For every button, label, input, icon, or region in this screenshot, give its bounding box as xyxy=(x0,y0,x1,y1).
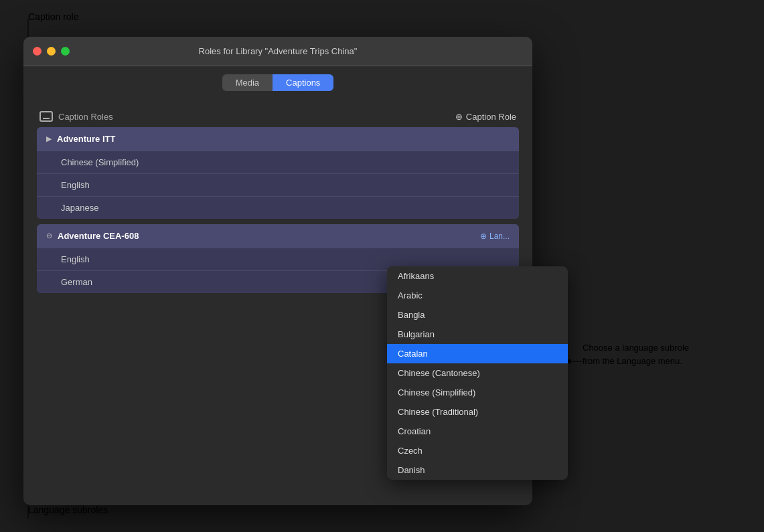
titlebar: Roles for Library "Adventure Trips China… xyxy=(23,37,532,66)
role-group-title-adventure-itt: Adventure ITT xyxy=(57,134,115,144)
role-group-header-left: ▶ Adventure ITT xyxy=(46,134,510,144)
tab-captions[interactable]: Captions xyxy=(273,74,333,91)
annotation-choose-language: Choose a language subrole from the Langu… xyxy=(583,341,696,367)
add-caption-role-label: Caption Role xyxy=(466,112,516,122)
subrole-japanese[interactable]: Japanese xyxy=(37,196,519,219)
dropdown-item-chinese-cantonese[interactable]: Chinese (Cantonese) xyxy=(387,363,568,383)
subrole-chinese-simplified[interactable]: Chinese (Simplified) xyxy=(37,151,519,173)
dropdown-item-danish[interactable]: Danish xyxy=(387,460,568,480)
expand-icon: ▶ xyxy=(46,135,52,143)
section-header: Caption Roles ⊕ Caption Role xyxy=(37,106,519,127)
plus-icon-2: ⊕ xyxy=(480,232,487,241)
annotation-language-subroles: Language subroles xyxy=(28,505,108,515)
annotation-caption-role: Caption role xyxy=(28,11,79,22)
caption-roles-label: Caption Roles xyxy=(58,112,113,122)
traffic-lights xyxy=(33,47,70,56)
section-header-left: Caption Roles xyxy=(40,111,113,122)
tab-bar: Media Captions xyxy=(23,66,532,99)
maximize-button[interactable] xyxy=(61,47,70,56)
tab-media[interactable]: Media xyxy=(222,74,273,91)
role-group-header-adventure-cea-608[interactable]: ⊖ Adventure CEA-608 ⊕ Lan... xyxy=(37,224,519,248)
dropdown-item-bangla[interactable]: Bangla xyxy=(387,305,568,325)
dropdown-item-bulgarian[interactable]: Bulgarian xyxy=(387,325,568,344)
window-title: Roles for Library "Adventure Trips China… xyxy=(199,46,358,56)
add-caption-role-button[interactable]: ⊕ Caption Role xyxy=(455,112,516,122)
dropdown-item-arabic[interactable]: Arabic xyxy=(387,286,568,305)
language-dropdown: Afrikaans Arabic Bangla Bulgarian Catala… xyxy=(387,266,568,480)
minimize-button[interactable] xyxy=(47,47,56,56)
plus-icon: ⊕ xyxy=(455,112,463,122)
role-group-title-adventure-cea-608: Adventure CEA-608 xyxy=(58,231,139,241)
dropdown-item-croatian[interactable]: Croatian xyxy=(387,422,568,441)
dropdown-item-afrikaans[interactable]: Afrikaans xyxy=(387,266,568,286)
role-group-adventure-itt: ▶ Adventure ITT Chinese (Simplified) Eng… xyxy=(37,127,519,219)
role-group-header-left-2: ⊖ Adventure CEA-608 xyxy=(46,231,480,241)
dropdown-item-czech[interactable]: Czech xyxy=(387,441,568,460)
language-label: Lan... xyxy=(489,232,510,241)
close-button[interactable] xyxy=(33,47,42,56)
collapse-icon: ⊖ xyxy=(46,232,52,240)
dropdown-item-chinese-traditional[interactable]: Chinese (Traditional) xyxy=(387,402,568,422)
caption-roles-icon xyxy=(40,111,53,122)
dropdown-item-catalan[interactable]: Catalan xyxy=(387,344,568,363)
add-language-button[interactable]: ⊕ Lan... xyxy=(480,232,510,241)
role-group-header-adventure-itt[interactable]: ▶ Adventure ITT xyxy=(37,127,519,151)
dropdown-item-chinese-simplified[interactable]: Chinese (Simplified) xyxy=(387,383,568,402)
subrole-english-1[interactable]: English xyxy=(37,173,519,196)
